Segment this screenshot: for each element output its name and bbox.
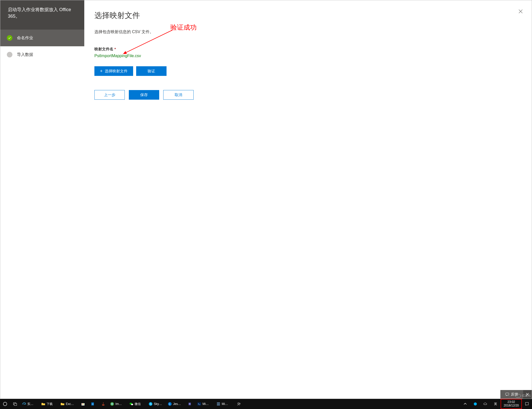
svg-point-29 <box>238 403 239 404</box>
select-mapping-file-button[interactable]: 选择映射文件 <box>94 66 133 76</box>
page-description: 选择包含映射信息的 CSV 文件。 <box>94 29 522 35</box>
svg-rect-11 <box>83 404 84 404</box>
svg-text:T: T <box>189 403 190 405</box>
svg-rect-28 <box>217 404 220 405</box>
taskbar-lync[interactable]: LJes… <box>166 399 185 409</box>
svg-point-6 <box>3 402 7 406</box>
chrome-icon <box>110 402 114 406</box>
svg-rect-27 <box>217 402 220 404</box>
server-icon <box>216 402 221 406</box>
skype-tray-icon <box>473 402 478 406</box>
taskbar-store[interactable] <box>78 399 88 409</box>
taskbar-outlook[interactable]: O <box>88 399 98 409</box>
taskview-icon <box>13 402 17 406</box>
cortana-icon <box>3 402 7 406</box>
lync-icon: L <box>168 402 172 406</box>
java-icon <box>101 402 106 406</box>
sidebar-title: 启动导入作业将数据放入 Office 365。 <box>0 0 84 30</box>
close-button[interactable] <box>517 7 525 15</box>
taskbar-explorer-downloads[interactable]: 下载 <box>39 399 59 409</box>
svg-rect-3 <box>506 393 509 395</box>
cloud-icon <box>483 402 488 406</box>
step-name-job[interactable]: 命名作业 <box>0 30 84 46</box>
svg-text:L: L <box>169 403 171 405</box>
windows-taskbar: 实… 下载 Exc… O Im… 微信 SSky… LJes… T Mi… Mi… <box>0 399 532 409</box>
back-button[interactable]: 上一步 <box>94 90 125 100</box>
svg-point-17 <box>112 403 113 404</box>
tray-skype[interactable] <box>470 399 480 409</box>
main-panel: 选择映射文件 选择包含映射信息的 CSV 文件。 映射文件名* PstImpor… <box>84 0 532 399</box>
svg-text:O: O <box>92 403 93 405</box>
wizard-steps: 命名作业 导入数据 <box>0 30 84 63</box>
wizard-sidebar: 启动导入作业将数据放入 Office 365。 命名作业 导入数据 <box>0 0 84 399</box>
taskbar-edge[interactable]: 实… <box>20 399 39 409</box>
close-icon <box>518 9 523 14</box>
folder-icon <box>41 402 46 406</box>
mapping-file-value: PstImportMappingFile.csv <box>94 54 522 58</box>
clock-date: 2018/12/20 <box>504 404 519 407</box>
taskbar-teams[interactable]: T <box>185 399 195 409</box>
cancel-button[interactable]: 取消 <box>163 90 194 100</box>
clock-time: 23:02 <box>507 400 515 404</box>
tray-ime[interactable]: 英 <box>490 399 501 409</box>
folder-icon <box>60 402 65 406</box>
taskbar-clock[interactable]: 23:02 2018/12/20 <box>501 399 522 409</box>
store-icon <box>81 402 85 406</box>
validate-button[interactable]: 验证 <box>136 66 167 76</box>
taskbar-skype[interactable]: SSky… <box>147 399 166 409</box>
step-label: 命名作业 <box>17 35 33 41</box>
taskbar-cortana[interactable] <box>0 399 10 409</box>
svg-rect-8 <box>14 403 17 405</box>
page-title: 选择映射文件 <box>94 10 522 21</box>
taskbar-powershell[interactable]: Mi… <box>195 399 215 409</box>
taskbar-people[interactable] <box>234 399 244 409</box>
notification-icon <box>525 402 529 406</box>
svg-point-19 <box>131 404 133 405</box>
people-icon <box>237 402 241 406</box>
step-label: 导入数据 <box>17 52 33 57</box>
edge-icon <box>22 402 26 406</box>
svg-point-31 <box>474 402 477 405</box>
required-mark: * <box>114 47 116 51</box>
mapping-file-label: 映射文件名* <box>94 47 522 52</box>
feedback-icon <box>505 393 509 396</box>
tray-onedrive[interactable] <box>480 399 490 409</box>
taskbar-java[interactable] <box>98 399 108 409</box>
step-bullet-icon <box>7 52 12 57</box>
ime-label: 英 <box>494 402 497 406</box>
tray-notifications[interactable] <box>522 399 532 409</box>
cloud-icon <box>515 394 521 398</box>
step-import-data[interactable]: 导入数据 <box>0 46 84 63</box>
tray-overflow[interactable] <box>460 399 470 409</box>
wechat-icon <box>129 402 134 406</box>
svg-point-14 <box>102 404 105 405</box>
outlook-icon: O <box>91 402 95 406</box>
taskbar-servermgr[interactable]: Mi… <box>215 399 234 409</box>
skype-icon: S <box>148 402 153 406</box>
chevron-up-icon <box>463 402 467 406</box>
teams-icon: T <box>188 402 193 406</box>
taskbar-wechat[interactable]: 微信 <box>128 399 147 409</box>
taskbar-explorer-exc[interactable]: Exc… <box>59 399 78 409</box>
powershell-icon <box>197 402 201 406</box>
taskbar-chrome[interactable]: Im… <box>108 399 128 409</box>
watermark: 亿速云 <box>515 394 531 398</box>
svg-rect-10 <box>82 404 83 404</box>
taskbar-taskview[interactable] <box>10 399 20 409</box>
svg-rect-32 <box>525 402 528 405</box>
svg-text:S: S <box>150 403 152 405</box>
svg-rect-26 <box>197 402 201 405</box>
system-tray: 英 23:02 2018/12/20 <box>460 399 532 409</box>
save-button[interactable]: 保存 <box>129 90 159 100</box>
check-icon <box>7 35 12 41</box>
